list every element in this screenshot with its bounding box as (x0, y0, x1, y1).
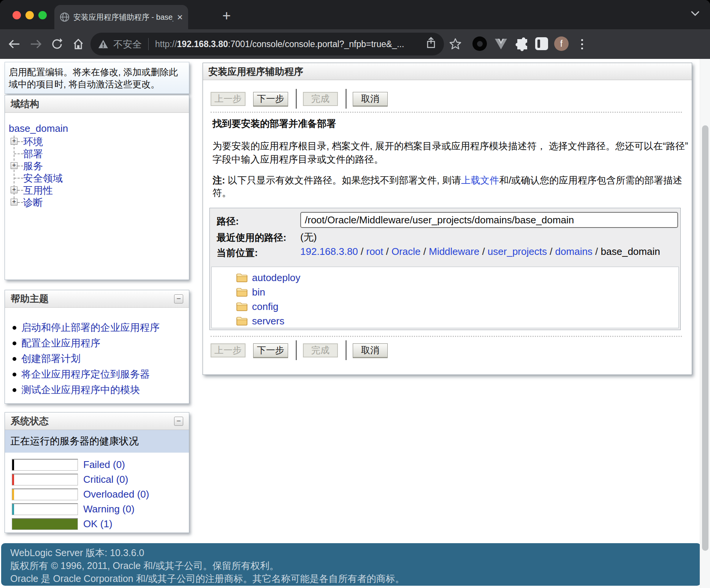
extension-v-icon[interactable] (493, 36, 509, 52)
url-text[interactable]: http://192.168.3.80:7001/console/console… (155, 39, 404, 49)
tree-item-diagnostics[interactable]: +诊断 (5, 196, 189, 209)
side-panel-icon[interactable] (535, 37, 548, 50)
minimize-window-button[interactable] (25, 11, 34, 19)
expand-plus-icon[interactable]: + (11, 187, 17, 193)
extension-circle-icon[interactable] (472, 36, 487, 51)
notice-text-line2: 域中的项目时, 将自动激活这些更改。 (9, 78, 185, 90)
scrollbar-thumb[interactable] (702, 125, 708, 551)
ok-label[interactable]: OK (1) (83, 518, 113, 530)
expand-plus-icon[interactable]: + (11, 162, 17, 169)
new-tab-button[interactable]: + (217, 8, 236, 24)
file-browser: autodeploy bin config servers (211, 267, 679, 328)
help-link-configure[interactable]: 配置企业应用程序 (5, 335, 189, 351)
help-link-start-stop[interactable]: 启动和停止部署的企业应用程序 (5, 320, 189, 335)
help-link-test-modules[interactable]: 测试企业应用程序中的模块 (5, 382, 189, 398)
breadcrumb-middleware[interactable]: Middleware (429, 246, 479, 257)
tab-title: 安装应用程序辅助程序 - base_d (73, 12, 173, 22)
next-step-button[interactable]: 下一步 (253, 92, 288, 106)
health-subheader: 正在运行的服务器的健康状况 (5, 430, 189, 453)
help-link-target-servers[interactable]: 将企业应用程序定位到服务器 (5, 367, 189, 382)
collapse-icon[interactable]: − (174, 294, 183, 303)
overloaded-label[interactable]: Overloaded (0) (83, 488, 149, 500)
tab-search-chevron-icon[interactable] (690, 10, 700, 18)
back-button[interactable] (5, 35, 24, 53)
reload-button[interactable] (48, 35, 66, 53)
wizard-buttons-bottom: 上一步 下一步 完成 取消 (211, 340, 395, 360)
tree-item-interoperability[interactable]: +互用性 (5, 184, 189, 196)
breadcrumb-oracle[interactable]: Oracle (391, 246, 421, 257)
breadcrumb-user-projects[interactable]: user_projects (488, 246, 547, 257)
tree-root-base-domain[interactable]: base_domain (5, 123, 189, 136)
folder-icon (236, 301, 248, 314)
button-separator (345, 340, 347, 360)
tree-item-services[interactable]: +服务 (5, 160, 189, 172)
page-content: 启用配置编辑。将来在修改, 添加或删除此 域中的项目时, 将自动激活这些更改。 … (0, 59, 710, 588)
footer: WebLogic Server 版本: 10.3.6.0 版权所有 © 1996… (1, 543, 701, 586)
status-row-failed: Failed (0) (12, 457, 189, 472)
not-secure-warning-icon (98, 40, 108, 49)
path-input[interactable] (300, 212, 678, 228)
close-window-button[interactable] (13, 11, 21, 19)
failed-label[interactable]: Failed (0) (83, 459, 125, 471)
folder-row-config[interactable]: config (212, 299, 678, 314)
wizard-buttons-top: 上一步 下一步 完成 取消 (211, 89, 395, 109)
tree-item-deployments[interactable]: 部署 (5, 148, 189, 160)
notice-text-line1: 启用配置编辑。将来在修改, 添加或删除此 (9, 66, 185, 78)
maximize-window-button[interactable] (38, 11, 47, 19)
folder-row-autodeploy[interactable]: autodeploy (212, 270, 678, 285)
step-heading: 找到要安装的部署并准备部署 (212, 117, 336, 130)
back-step-button[interactable]: 上一步 (211, 92, 246, 106)
forward-button[interactable] (27, 35, 45, 53)
recent-paths-label: 最近使用的路径: (217, 231, 286, 244)
domain-structure-box: 域结构 base_domain +环境 部署 +服务 安全领域 +互用性 +诊断 (5, 95, 189, 280)
tree-item-environment[interactable]: +环境 (5, 136, 189, 148)
globe-favicon-icon (60, 12, 70, 22)
finish-button[interactable]: 完成 (303, 343, 338, 357)
button-separator (296, 340, 297, 360)
folder-row-bin[interactable]: bin (212, 285, 678, 299)
back-step-button[interactable]: 上一步 (211, 343, 246, 357)
breadcrumb-root[interactable]: root (366, 246, 383, 257)
failed-bar (12, 459, 78, 471)
extensions-puzzle-icon[interactable] (514, 36, 529, 52)
help-link-create-plan[interactable]: 创建部署计划 (5, 351, 189, 367)
finish-button[interactable]: 完成 (303, 92, 338, 106)
home-button[interactable] (69, 35, 87, 53)
folder-icon (236, 316, 248, 329)
breadcrumb-host[interactable]: 192.168.3.80 (300, 246, 358, 257)
share-icon[interactable] (426, 37, 436, 51)
button-separator (296, 89, 297, 109)
address-bar[interactable]: 不安全 http://192.168.3.80:7001/console/con… (90, 33, 444, 55)
not-secure-label[interactable]: 不安全 (113, 38, 142, 51)
browser-menu-icon[interactable] (576, 36, 588, 52)
folder-icon (236, 272, 248, 285)
expand-plus-icon[interactable]: + (11, 138, 17, 145)
address-separator (148, 38, 149, 50)
browser-tab[interactable]: 安装应用程序辅助程序 - base_d × (54, 5, 188, 29)
profile-avatar[interactable]: f (554, 36, 569, 51)
page-scrollbar[interactable] (700, 59, 710, 588)
collapse-icon[interactable]: − (174, 417, 183, 426)
system-status-box: 系统状态− 正在运行的服务器的健康状况 Failed (0) Critical … (5, 412, 189, 533)
warning-label[interactable]: Warning (0) (83, 503, 135, 515)
cancel-button[interactable]: 取消 (353, 92, 388, 106)
recent-paths-value: (无) (300, 231, 317, 244)
breadcrumb-current: base_domain (601, 246, 660, 257)
breadcrumb-domains[interactable]: domains (555, 246, 593, 257)
upload-file-link[interactable]: 上载文件 (461, 175, 499, 185)
cancel-button[interactable]: 取消 (353, 343, 388, 357)
footer-version: WebLogic Server 版本: 10.3.6.0 (10, 546, 701, 559)
note-paragraph: 注: 以下只显示有效文件路径。如果您找不到部署文件, 则请上载文件和/或确认您的… (212, 174, 682, 199)
status-row-warning: Warning (0) (12, 502, 189, 517)
folder-row-servers[interactable]: servers (212, 314, 678, 328)
window-controls[interactable] (13, 11, 47, 19)
change-center-notice: 启用配置编辑。将来在修改, 添加或删除此 域中的项目时, 将自动激活这些更改。 (5, 62, 189, 94)
bookmark-star-icon[interactable] (449, 38, 461, 51)
critical-label[interactable]: Critical (0) (83, 474, 128, 485)
health-bars: Failed (0) Critical (0) Overloaded (0) W… (5, 453, 189, 531)
status-row-critical: Critical (0) (12, 472, 189, 487)
tree-item-security-realms[interactable]: 安全领域 (5, 172, 189, 184)
expand-plus-icon[interactable]: + (11, 199, 17, 205)
tab-close-icon[interactable]: × (177, 12, 183, 22)
next-step-button[interactable]: 下一步 (253, 343, 288, 357)
